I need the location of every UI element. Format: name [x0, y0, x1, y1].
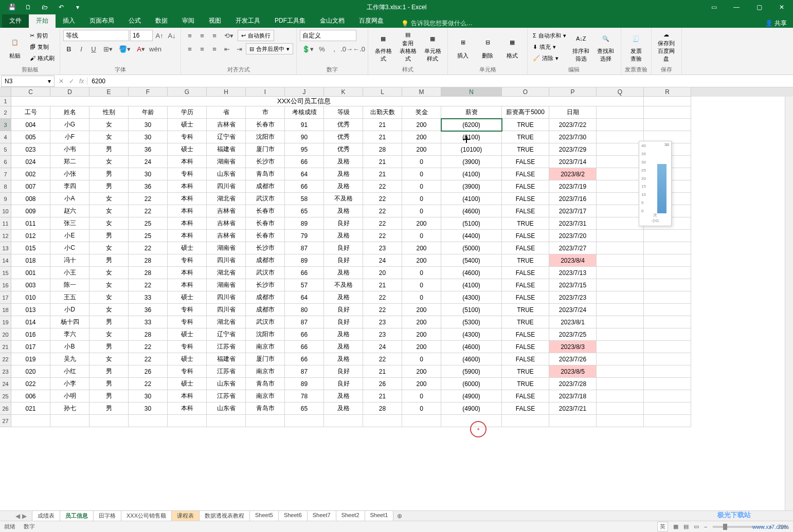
column-header[interactable]: O [502, 87, 549, 97]
data-cell[interactable]: 200 [402, 304, 441, 316]
data-cell[interactable]: 男 [89, 168, 129, 180]
tab-home[interactable]: 开始 [29, 14, 56, 28]
data-cell[interactable]: 80 [285, 304, 324, 316]
cell[interactable] [597, 328, 644, 341]
sheet-tab[interactable]: Sheet2 [336, 510, 365, 522]
data-cell[interactable]: 20 [363, 267, 402, 279]
data-cell[interactable]: 22 [363, 304, 402, 316]
data-cell[interactable]: 024 [11, 156, 50, 168]
data-cell[interactable]: (5100) [441, 304, 502, 316]
data-cell[interactable]: 200 [402, 242, 441, 254]
data-cell[interactable]: FALSE [502, 341, 549, 353]
formula-input[interactable]: 6200 [87, 78, 793, 85]
cell[interactable] [597, 230, 644, 242]
data-cell[interactable]: 66 [285, 267, 324, 279]
data-cell[interactable]: 女 [89, 156, 129, 168]
data-cell[interactable]: 017 [11, 341, 50, 353]
row-header[interactable]: 1 [0, 97, 11, 106]
cell[interactable] [597, 156, 644, 168]
paste-button[interactable]: 📋 粘贴 [3, 30, 27, 64]
data-cell[interactable]: 本科 [168, 156, 207, 168]
cell[interactable] [11, 415, 50, 427]
data-cell[interactable]: 小李 [50, 378, 89, 390]
grid-body[interactable]: 1XXX公司员工信息2工号姓名性别年龄学历省市考核成绩等级出勤天数奖金薪资薪资高… [0, 97, 793, 427]
cell[interactable] [644, 97, 691, 106]
tab-data[interactable]: 数据 [148, 14, 175, 28]
row-header[interactable]: 8 [0, 180, 11, 193]
data-cell[interactable]: 89 [285, 378, 324, 390]
column-header[interactable]: D [50, 87, 89, 97]
data-cell[interactable]: 021 [11, 402, 50, 415]
data-cell[interactable]: 小明 [50, 390, 89, 402]
data-cell[interactable]: 长沙市 [246, 156, 285, 168]
data-cell[interactable]: 小A [50, 193, 89, 205]
row-header[interactable]: 4 [0, 131, 11, 143]
data-cell[interactable]: 33 [129, 291, 168, 304]
cell[interactable] [597, 279, 644, 291]
data-cell[interactable]: 89 [285, 254, 324, 267]
tab-insert[interactable]: 插入 [56, 14, 82, 28]
bold-button[interactable]: B [63, 43, 75, 54]
data-cell[interactable]: 200 [402, 254, 441, 267]
data-cell[interactable]: (3900) [441, 156, 502, 168]
data-cell[interactable]: 24 [363, 254, 402, 267]
data-cell[interactable]: TRUE [502, 316, 549, 328]
row-header[interactable]: 21 [0, 341, 11, 353]
data-cell[interactable]: 沈阳市 [246, 328, 285, 341]
data-cell[interactable]: 007 [11, 180, 50, 193]
sheet-tab[interactable]: 员工信息 [60, 510, 94, 522]
redo-icon[interactable]: ▾ [70, 1, 85, 14]
data-cell[interactable]: 66 [285, 156, 324, 168]
painter-button[interactable]: 🖌格式刷 [28, 52, 57, 64]
data-cell[interactable]: TRUE [502, 378, 549, 390]
cell[interactable] [644, 267, 691, 279]
data-cell[interactable]: 硕士 [168, 119, 207, 131]
data-cell[interactable]: FALSE [502, 193, 549, 205]
view-layout-icon[interactable]: ▤ [683, 523, 689, 530]
fill-button[interactable]: ⬇填充 ▾ [531, 41, 568, 52]
data-cell[interactable]: 江苏省 [207, 390, 246, 402]
zoom-out-icon[interactable]: − [704, 524, 707, 530]
data-cell[interactable]: 23 [363, 316, 402, 328]
tab-pdf[interactable]: PDF工具集 [267, 14, 313, 28]
column-header[interactable]: F [129, 87, 168, 97]
data-cell[interactable]: 冯十 [50, 254, 89, 267]
tell-me[interactable]: 💡 告诉我您想要做什么… [401, 19, 473, 28]
data-cell[interactable]: 湖北省 [207, 267, 246, 279]
data-cell[interactable]: 21 [363, 279, 402, 291]
data-cell[interactable]: TRUE [502, 131, 549, 143]
data-cell[interactable]: 及格 [324, 390, 363, 402]
header-cell[interactable]: 日期 [549, 106, 597, 119]
data-cell[interactable]: 良好 [324, 217, 363, 230]
border-button[interactable]: ⊞▾ [100, 43, 116, 54]
data-cell[interactable]: 及格 [324, 267, 363, 279]
data-cell[interactable]: 0 [402, 267, 441, 279]
data-cell[interactable]: FALSE [502, 180, 549, 193]
cell[interactable] [644, 106, 691, 119]
data-cell[interactable]: 女 [89, 279, 129, 291]
data-cell[interactable]: FALSE [502, 242, 549, 254]
data-cell[interactable]: 女 [89, 242, 129, 254]
data-cell[interactable]: 2023/7/26 [549, 353, 597, 365]
data-cell[interactable]: 87 [285, 365, 324, 378]
data-cell[interactable]: 64 [285, 168, 324, 180]
data-cell[interactable]: 0 [402, 390, 441, 402]
data-cell[interactable]: (4100) [441, 168, 502, 180]
data-cell[interactable]: 湖北省 [207, 193, 246, 205]
cell[interactable] [129, 415, 168, 427]
data-cell[interactable]: 硕士 [168, 291, 207, 304]
data-cell[interactable]: 优秀 [324, 131, 363, 143]
data-cell[interactable]: 001 [11, 267, 50, 279]
data-cell[interactable]: 30 [129, 168, 168, 180]
data-cell[interactable]: 36 [129, 304, 168, 316]
data-cell[interactable]: (10100) [441, 143, 502, 156]
data-cell[interactable]: 21 [363, 119, 402, 131]
data-cell[interactable]: 武汉市 [246, 267, 285, 279]
data-cell[interactable]: 2023/7/15 [549, 279, 597, 291]
data-cell[interactable]: 长春市 [246, 205, 285, 217]
italic-button[interactable]: I [76, 43, 87, 54]
row-header[interactable]: 7 [0, 168, 11, 180]
data-cell[interactable]: 小张 [50, 168, 89, 180]
data-cell[interactable]: (5300) [441, 316, 502, 328]
header-cell[interactable]: 省 [207, 106, 246, 119]
